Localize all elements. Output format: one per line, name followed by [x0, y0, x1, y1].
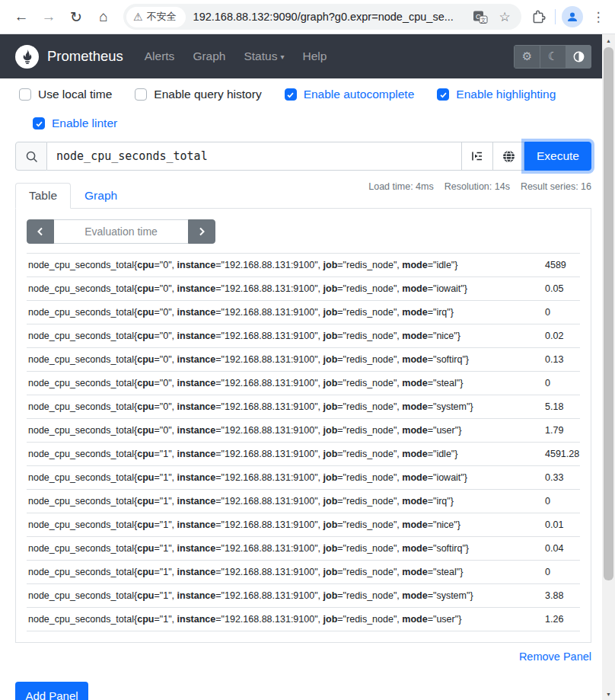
remove-panel-row: Remove Panel — [15, 650, 591, 663]
toolbar-divider — [555, 9, 556, 24]
metric-label-set: node_cpu_seconds_total{cpu="0", instance… — [27, 277, 545, 301]
page-scrollbar[interactable]: ▲ ▼ — [602, 34, 615, 700]
table-row: node_cpu_seconds_total{cpu="0", instance… — [27, 372, 580, 395]
checkbox-label: Use local time — [38, 88, 112, 101]
checkbox-use-local-time[interactable]: Use local time — [19, 88, 112, 101]
scrollbar-thumb[interactable] — [604, 47, 613, 580]
extensions-icon[interactable] — [527, 6, 549, 27]
bookmark-star-icon[interactable]: ☆ — [496, 8, 514, 26]
tab-table[interactable]: Table — [15, 183, 71, 209]
checkbox-enable-linter[interactable]: Enable linter — [33, 117, 117, 130]
query-tree-icon[interactable] — [462, 142, 493, 171]
checkbox-checked-icon[interactable] — [285, 88, 297, 101]
result-table-body: node_cpu_seconds_total{cpu="0", instance… — [27, 254, 580, 631]
sample-value: 0.05 — [545, 277, 580, 301]
prometheus-logo[interactable] — [15, 45, 39, 69]
sample-value: 0 — [545, 372, 580, 395]
checkbox-enable-highlighting[interactable]: Enable highlighting — [437, 88, 556, 101]
metric-label-set: node_cpu_seconds_total{cpu="0", instance… — [27, 324, 545, 348]
checkbox-enable-autocomplete[interactable]: Enable autocomplete — [285, 88, 415, 101]
query-expression-input[interactable]: node_cpu_seconds_total — [47, 142, 462, 171]
profile-avatar[interactable] — [562, 6, 583, 27]
metric-label-set: node_cpu_seconds_total{cpu="1", instance… — [27, 584, 545, 608]
panel-tabs: Table Graph Load time: 4ms Resolution: 1… — [15, 183, 591, 209]
metric-label-set: node_cpu_seconds_total{cpu="1", instance… — [27, 608, 545, 631]
query-stats: Load time: 4ms Resolution: 14s Result se… — [368, 181, 591, 192]
chevron-left-icon[interactable] — [27, 219, 54, 244]
checkbox-unchecked-icon[interactable] — [19, 88, 31, 101]
home-icon[interactable]: ⌂ — [93, 6, 114, 27]
metric-label-set: node_cpu_seconds_total{cpu="0", instance… — [27, 254, 545, 277]
metric-label-set: node_cpu_seconds_total{cpu="1", instance… — [27, 490, 545, 513]
settings-gear-icon[interactable]: ⚙ — [514, 45, 540, 69]
browser-toolbar: ← → ↻ ⌂ ⚠ 不安全 192.168.88.132:9090/graph?… — [0, 0, 615, 34]
nav-item-help[interactable]: Help — [293, 45, 336, 68]
sample-value: 4591.28 — [545, 443, 580, 466]
sample-value: 0.33 — [545, 466, 580, 490]
table-row: node_cpu_seconds_total{cpu="0", instance… — [27, 277, 580, 301]
chevron-right-icon[interactable] — [188, 219, 215, 244]
checkbox-checked-icon[interactable] — [33, 117, 45, 129]
nav-item-alerts[interactable]: Alerts — [135, 45, 184, 68]
security-label: 不安全 — [147, 10, 177, 24]
query-input-group: node_cpu_seconds_total — [15, 142, 591, 171]
execute-button[interactable]: Execute — [524, 142, 591, 171]
add-panel-button[interactable]: Add Panel — [15, 682, 88, 700]
options-row-1: Use local timeEnable query historyEnable… — [0, 78, 602, 101]
sample-value: 0 — [545, 490, 580, 513]
table-row: node_cpu_seconds_total{cpu="1", instance… — [27, 608, 580, 631]
scroll-up-icon[interactable]: ▲ — [602, 34, 615, 46]
translate-icon[interactable]: G 文 — [471, 8, 489, 26]
sample-value: 1.26 — [545, 608, 580, 631]
metric-label-set: node_cpu_seconds_total{cpu="1", instance… — [27, 537, 545, 561]
navbar-links: AlertsGraphStatus▾Help — [135, 45, 336, 68]
table-row: node_cpu_seconds_total{cpu="1", instance… — [27, 513, 580, 537]
checkbox-enable-query-history[interactable]: Enable query history — [135, 88, 261, 101]
metric-name: node_cpu_seconds_total — [28, 331, 134, 341]
metric-name: node_cpu_seconds_total — [28, 449, 134, 459]
reload-icon[interactable]: ↻ — [65, 6, 87, 27]
forward-icon[interactable]: → — [38, 6, 59, 27]
sample-value: 0.01 — [545, 513, 580, 537]
metric-label-set: node_cpu_seconds_total{cpu="1", instance… — [27, 561, 545, 584]
metric-label-set: node_cpu_seconds_total{cpu="1", instance… — [27, 466, 545, 490]
metric-label-set: node_cpu_seconds_total{cpu="0", instance… — [27, 372, 545, 395]
brand-title[interactable]: Prometheus — [47, 48, 123, 65]
checkbox-unchecked-icon[interactable] — [135, 88, 147, 101]
table-row: node_cpu_seconds_total{cpu="1", instance… — [27, 584, 580, 608]
checkbox-label: Enable query history — [154, 88, 261, 101]
metric-label-set: node_cpu_seconds_total{cpu="1", instance… — [27, 513, 545, 537]
remove-panel-link[interactable]: Remove Panel — [519, 650, 591, 663]
warning-icon: ⚠ — [133, 11, 143, 23]
metrics-explorer-globe-icon[interactable] — [493, 142, 524, 171]
metric-label-set: node_cpu_seconds_total{cpu="0", instance… — [27, 395, 545, 419]
address-bar[interactable]: ⚠ 不安全 192.168.88.132:9090/graph?g0.expr=… — [123, 4, 521, 30]
checkbox-label: Enable linter — [52, 117, 117, 130]
table-row: node_cpu_seconds_total{cpu="0", instance… — [27, 348, 580, 372]
nav-item-status[interactable]: Status▾ — [234, 45, 293, 68]
tab-graph[interactable]: Graph — [71, 183, 131, 209]
evaluation-time-control: Evaluation time — [27, 219, 215, 244]
metric-name: node_cpu_seconds_total — [28, 283, 134, 294]
back-icon[interactable]: ← — [11, 6, 32, 27]
evaluation-time-input[interactable]: Evaluation time — [54, 219, 188, 244]
table-panel: Evaluation time node_cpu_seconds_total{c… — [15, 209, 591, 643]
sample-value: 0 — [545, 561, 580, 584]
metric-name: node_cpu_seconds_total — [28, 567, 134, 577]
nav-item-graph[interactable]: Graph — [183, 45, 234, 68]
browser-menu-icon[interactable]: ⋮ — [589, 9, 607, 25]
scroll-down-icon[interactable]: ▼ — [602, 688, 615, 700]
metric-name: node_cpu_seconds_total — [28, 354, 134, 365]
metric-label-set: node_cpu_seconds_total{cpu="0", instance… — [27, 301, 545, 324]
moon-icon[interactable]: ☾ — [540, 45, 566, 69]
search-icon — [15, 142, 47, 171]
site-security-chip[interactable]: ⚠ 不安全 — [126, 7, 186, 27]
table-row: node_cpu_seconds_total{cpu="1", instance… — [27, 537, 580, 561]
metric-label-set: node_cpu_seconds_total{cpu="0", instance… — [27, 419, 545, 443]
table-row: node_cpu_seconds_total{cpu="0", instance… — [27, 395, 580, 419]
resolution: Resolution: 14s — [445, 181, 510, 192]
contrast-auto-icon[interactable] — [566, 45, 591, 69]
url-text[interactable]: 192.168.88.132:9090/graph?g0.expr=node_c… — [193, 11, 465, 23]
checkbox-checked-icon[interactable] — [437, 88, 449, 101]
table-row: node_cpu_seconds_total{cpu="0", instance… — [27, 254, 580, 277]
